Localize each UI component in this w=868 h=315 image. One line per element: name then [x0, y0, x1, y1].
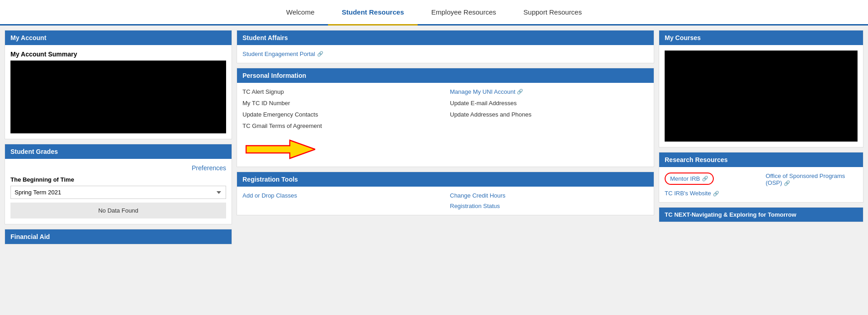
office-sponsored-link[interactable]: Office of Sponsored Programs (OSP) 🔗 [766, 173, 858, 186]
mentor-irb-circled[interactable]: Mentor IRB 🔗 [665, 173, 714, 185]
tc-irb-website-link[interactable]: TC IRB's Website 🔗 [665, 190, 757, 197]
external-icon-uni: 🔗 [517, 89, 523, 95]
my-account-header: My Account [5, 30, 232, 45]
my-account-body: My Account Summary [5, 45, 232, 139]
personal-info-grid: TC Alert Signup Manage My UNI Account 🔗 … [237, 83, 654, 135]
no-data-label: No Data Found [10, 203, 226, 218]
account-summary-label: My Account Summary [10, 51, 226, 58]
tc-alert-signup-link[interactable]: TC Alert Signup [242, 88, 441, 95]
courses-image [665, 51, 858, 142]
my-tc-id-link[interactable]: My TC ID Number [242, 100, 441, 107]
left-column: My Account My Account Summary Student Gr… [5, 30, 232, 249]
student-engagement-portal-link[interactable]: Student Engagement Portal 🔗 [242, 51, 648, 57]
registration-status-link[interactable]: Registration Status [450, 203, 648, 209]
student-affairs-body: Student Engagement Portal 🔗 [237, 45, 654, 63]
student-affairs-card: Student Affairs Student Engagement Porta… [237, 30, 654, 63]
right-column: My Courses Research Resources Mentor IRB… [659, 30, 863, 249]
update-addresses-link[interactable]: Update Addresses and Phones [450, 111, 648, 118]
nav-student-resources[interactable]: Student Resources [328, 0, 418, 25]
my-courses-body [659, 45, 863, 147]
research-resources-card: Research Resources Mentor IRB 🔗 Office o… [659, 152, 863, 203]
top-navigation: Welcome Student Resources Employee Resou… [0, 0, 868, 25]
middle-column: Student Affairs Student Engagement Porta… [237, 30, 654, 249]
registration-tools-header: Registration Tools [237, 172, 654, 187]
irb-external-icon: 🔗 [713, 191, 719, 196]
nav-welcome[interactable]: Welcome [273, 0, 328, 25]
term-select[interactable]: Spring Term 2021 [10, 186, 226, 199]
arrow-svg [242, 136, 315, 163]
registration-tools-grid: Add or Drop Classes Change Credit Hours … [237, 187, 654, 215]
account-image [10, 61, 226, 133]
my-courses-header: My Courses [659, 30, 863, 45]
student-grades-card: Student Grades Preferences The Beginning… [5, 144, 232, 224]
mentor-irb-link[interactable]: Mentor IRB 🔗 [665, 173, 757, 186]
financial-aid-card: Financial Aid [5, 229, 232, 244]
tc-next-header: TC NEXT-Navigating & Exploring for Tomor… [659, 208, 863, 222]
student-grades-header: Student Grades [5, 144, 232, 159]
personal-info-header: Personal Information [237, 68, 654, 83]
svg-marker-0 [246, 140, 315, 158]
tc-next-card: TC NEXT-Navigating & Exploring for Tomor… [659, 207, 863, 222]
mentor-irb-external-icon: 🔗 [702, 176, 708, 182]
research-resources-header: Research Resources [659, 152, 863, 167]
main-content: My Account My Account Summary Student Gr… [0, 25, 868, 254]
update-emergency-contacts-link[interactable]: Update Emergency Contacts [242, 111, 441, 118]
osp-external-icon: 🔗 [784, 180, 790, 186]
grade-period-label: The Beginning of Time [10, 176, 226, 183]
change-credit-hours-link[interactable]: Change Credit Hours [450, 192, 648, 199]
external-link-icon: 🔗 [317, 51, 323, 57]
preferences-link[interactable]: Preferences [10, 164, 226, 172]
add-drop-classes-link[interactable]: Add or Drop Classes [242, 192, 441, 199]
manage-uni-account-link[interactable]: Manage My UNI Account 🔗 [450, 88, 648, 95]
personal-information-card: Personal Information TC Alert Signup Man… [237, 68, 654, 167]
my-account-card: My Account My Account Summary [5, 30, 232, 139]
my-courses-card: My Courses [659, 30, 863, 147]
nav-employee-resources[interactable]: Employee Resources [418, 0, 510, 25]
student-grades-body: Preferences The Beginning of Time Spring… [5, 159, 232, 224]
tc-gmail-terms-link[interactable]: TC Gmail Terms of Agreement [242, 122, 441, 129]
reg-empty [242, 203, 441, 209]
nav-support-resources[interactable]: Support Resources [510, 0, 595, 25]
student-affairs-header: Student Affairs [237, 30, 654, 45]
research-resources-grid: Mentor IRB 🔗 Office of Sponsored Program… [659, 167, 863, 202]
update-email-link[interactable]: Update E-mail Addresses [450, 100, 648, 107]
financial-aid-header: Financial Aid [5, 229, 232, 244]
registration-tools-card: Registration Tools Add or Drop Classes C… [237, 172, 654, 215]
arrow-annotation [237, 135, 654, 167]
